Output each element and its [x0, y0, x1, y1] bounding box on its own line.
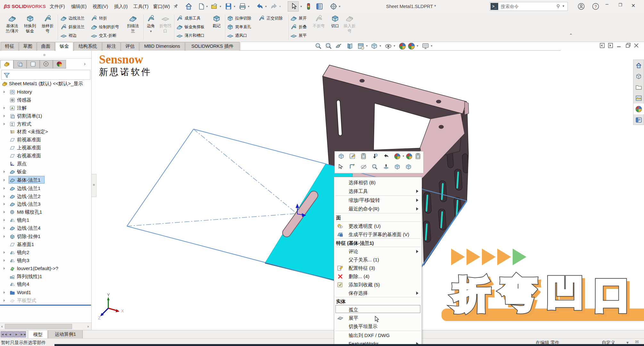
svg-text:Z: Z	[98, 316, 101, 320]
svg-text:Y: Y	[107, 292, 110, 297]
svg-text:?: ?	[595, 4, 597, 9]
svg-text:X: X	[121, 309, 124, 313]
svg-text:折弯凹口: 折弯凹口	[452, 274, 641, 314]
